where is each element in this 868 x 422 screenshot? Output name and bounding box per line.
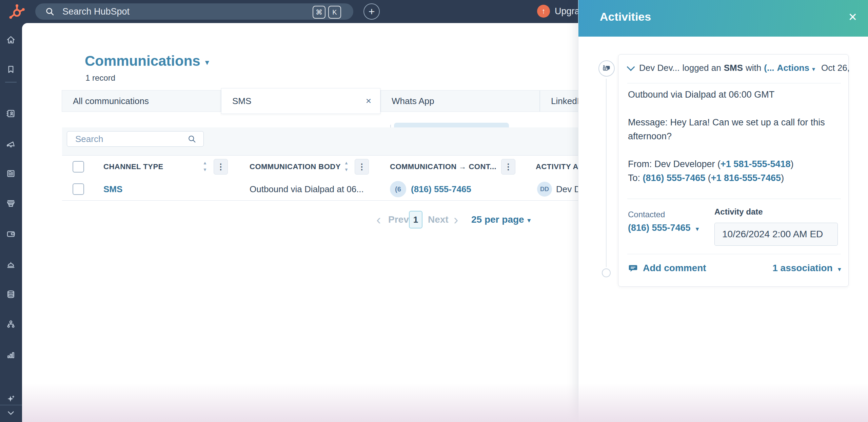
column-communication-body[interactable]: COMMUNICATION BODY <box>250 156 341 178</box>
next-page-button[interactable]: Next <box>428 209 449 230</box>
activity-action: logged an <box>682 63 721 73</box>
tab-all-communications[interactable]: All communications <box>62 90 221 112</box>
timeline-end-node <box>602 268 611 277</box>
contacted-label: Contacted <box>628 210 665 219</box>
search-icon <box>187 134 197 144</box>
contacted-dropdown[interactable]: (816) 555-7465 ▾ <box>628 223 699 233</box>
search-shortcut: ⌘ K <box>313 6 341 19</box>
search-icon <box>45 6 55 17</box>
activity-date-label: Activity date <box>714 207 763 217</box>
to-phone-link[interactable]: (816) 555-7465 <box>643 173 706 183</box>
table-search-input[interactable]: Search <box>67 131 204 147</box>
caret-down-icon: ▾ <box>696 226 699 232</box>
contact-avatar: (6 <box>390 181 406 197</box>
next-page-icon[interactable]: › <box>454 209 458 230</box>
divider <box>627 199 841 199</box>
per-page-dropdown[interactable]: 25 per page ▾ <box>471 209 531 230</box>
divider <box>627 254 841 254</box>
page-title: Communications <box>85 53 200 69</box>
global-search[interactable]: Search HubSpot ⌘ K <box>35 3 353 20</box>
sidebar-divider <box>0 405 22 405</box>
close-tab-icon[interactable]: × <box>366 96 371 106</box>
tab-sms[interactable]: SMS × <box>221 88 380 114</box>
caret-down-icon: ▾ <box>838 266 841 273</box>
actions-dropdown[interactable]: Actions <box>777 63 809 73</box>
column-menu-icon[interactable]: ⋮ <box>501 159 515 175</box>
page-title-dropdown[interactable]: Communications ▾ <box>85 53 209 69</box>
commerce-icon[interactable] <box>6 198 16 208</box>
caret-down-icon[interactable]: ▾ <box>812 65 815 73</box>
activity-date-input[interactable]: 10/26/2024 2:00 AM ED <box>714 223 838 246</box>
content-icon[interactable] <box>6 168 16 179</box>
caret-down-icon: ▾ <box>205 55 209 67</box>
crm-contacts-icon[interactable] <box>6 108 16 119</box>
activity-card: Dev Dev... logged an SMS with (... Actio… <box>618 54 849 287</box>
divider <box>627 83 841 83</box>
collapse-activity-icon[interactable] <box>627 63 635 71</box>
sort-icon[interactable]: ▲▼ <box>344 160 349 173</box>
prev-page-button[interactable]: Prev <box>388 209 409 230</box>
activity-date: Oct 26, <box>821 63 850 73</box>
caret-down-icon: ▾ <box>528 215 531 224</box>
select-all-checkbox[interactable] <box>73 161 84 173</box>
to-alt-phone-link[interactable]: +1 816-555-7465 <box>711 173 781 183</box>
column-menu-icon[interactable]: ⋮ <box>214 159 228 175</box>
communication-body-cell: Outbound via Dialpad at 06... <box>250 178 364 200</box>
activity-card-header: Dev Dev... logged an SMS with (... Actio… <box>627 63 842 73</box>
activities-panel: Activities × Dev Dev... logged an SMS wi… <box>578 0 868 422</box>
sms-activity-icon <box>598 60 615 77</box>
page-number-button[interactable]: 1 <box>409 211 422 228</box>
home-icon[interactable] <box>6 35 16 45</box>
service-icon[interactable] <box>6 259 16 269</box>
activity-type: SMS <box>724 63 743 73</box>
activity-line1: Outbound via Dialpad at 06:00 GMT <box>628 88 833 102</box>
owner-avatar: DD <box>537 182 552 197</box>
activity-from: From: Dev Developer (+1 581-555-5418) <box>628 157 833 171</box>
cmd-key: ⌘ <box>313 6 326 19</box>
comment-icon <box>628 263 638 273</box>
ai-assistant-icon[interactable] <box>6 394 16 404</box>
k-key: K <box>328 6 341 19</box>
column-channel-type[interactable]: CHANNEL TYPE <box>103 156 163 178</box>
create-button[interactable]: + <box>363 3 380 20</box>
panel-title: Activities <box>600 10 651 23</box>
activity-card-footer: Add comment 1 association ▾ <box>628 259 841 278</box>
record-count: 1 record <box>85 73 115 83</box>
reporting-icon[interactable] <box>6 349 16 360</box>
column-menu-icon[interactable]: ⋮ <box>355 159 369 175</box>
column-communication-contact[interactable]: COMMUNICATION → CONT... <box>390 156 496 178</box>
hubspot-app: Search HubSpot ⌘ K + ↑ Upgrade <box>0 0 868 422</box>
bookmarks-icon[interactable] <box>6 64 16 75</box>
sort-icon[interactable]: ▲▼ <box>203 160 207 173</box>
automations-icon[interactable] <box>6 319 16 329</box>
data-management-icon[interactable] <box>6 289 16 299</box>
tab-whats-app[interactable]: Whats App <box>380 90 540 112</box>
contact-link[interactable]: (816) 555-7465 <box>411 178 471 200</box>
activity-to: To: (816) 555-7465 (+1 816-555-7465) <box>628 171 833 185</box>
row-checkbox[interactable] <box>73 183 84 195</box>
prev-page-icon[interactable]: ‹ <box>376 209 381 230</box>
hubspot-logo-icon[interactable] <box>7 3 25 20</box>
marketing-icon[interactable] <box>6 139 16 149</box>
payments-icon[interactable] <box>6 229 16 239</box>
sidebar-divider <box>5 82 17 83</box>
activity-body: Outbound via Dialpad at 06:00 GMT Messag… <box>628 88 833 185</box>
global-search-placeholder: Search HubSpot <box>62 6 130 17</box>
chevron-down-icon[interactable] <box>6 408 16 418</box>
activity-who: Dev Dev... <box>639 63 679 73</box>
activity-target-link[interactable]: (... <box>764 63 774 73</box>
close-panel-icon[interactable]: × <box>848 9 857 25</box>
from-phone-link[interactable]: +1 581-555-5418 <box>721 159 790 169</box>
activity-with: with <box>746 63 761 73</box>
activity-message: Message: Hey Lara! Can we set up a call … <box>628 116 833 143</box>
add-comment-button[interactable]: Add comment <box>628 263 706 274</box>
panel-header: Activities × <box>578 0 868 37</box>
upgrade-arrow-icon: ↑ <box>537 5 550 18</box>
timeline-line <box>606 79 607 267</box>
channel-type-link[interactable]: SMS <box>103 178 122 200</box>
associations-dropdown[interactable]: 1 association ▾ <box>772 263 841 274</box>
